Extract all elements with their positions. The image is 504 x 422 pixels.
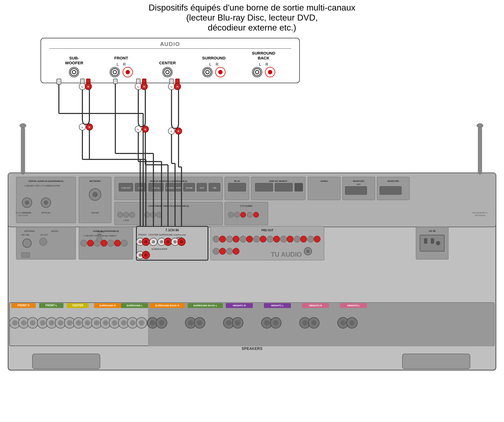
surround-back-l-rca xyxy=(252,67,262,77)
svg-point-109 xyxy=(144,253,147,257)
svg-point-149 xyxy=(18,317,29,328)
svg-point-165 xyxy=(73,317,84,328)
svg-point-128 xyxy=(213,248,219,254)
surround-back-l-ring xyxy=(253,68,261,76)
svg-text:TU AUDIO: TU AUDIO xyxy=(271,251,302,258)
svg-point-281 xyxy=(168,128,175,134)
svg-text:SURROUND BACK R: SURROUND BACK R xyxy=(155,304,179,307)
svg-point-112 xyxy=(213,236,219,242)
front-l-ring xyxy=(111,68,119,76)
svg-rect-65 xyxy=(16,227,76,259)
svg-point-196 xyxy=(194,317,205,328)
svg-rect-32 xyxy=(225,177,249,200)
center-group: CENTER xyxy=(159,61,176,77)
svg-point-160 xyxy=(58,320,63,326)
svg-point-207 xyxy=(264,320,270,326)
svg-text:1 CBL/SAT  2 DVD  1 TV  2 MEDI: 1 CBL/SAT 2 DVD 1 TV 2 MEDIA PLAYER xyxy=(24,185,60,187)
surround-back-l-connector xyxy=(252,67,262,77)
svg-point-122 xyxy=(280,236,287,242)
front-group: FRONT L R xyxy=(110,56,133,77)
surround-back-r-inner xyxy=(268,70,272,74)
front-lr-labels: L R xyxy=(117,62,126,66)
svg-point-101 xyxy=(171,238,179,246)
svg-rect-74 xyxy=(79,227,133,259)
svg-point-93 xyxy=(150,238,157,246)
svg-point-102 xyxy=(173,240,177,243)
surround-l-ring xyxy=(203,68,211,76)
svg-text:SURROUND: SURROUND xyxy=(173,234,186,236)
svg-rect-234 xyxy=(402,354,470,369)
subwoofer-ring xyxy=(70,68,78,76)
svg-text:HEIGHT1 R: HEIGHT1 R xyxy=(233,304,246,307)
svg-point-13 xyxy=(89,189,101,200)
svg-point-116 xyxy=(240,236,246,242)
svg-point-219 xyxy=(340,320,346,326)
svg-point-245 xyxy=(79,124,86,130)
svg-text:③Blu-ray: ③Blu-ray xyxy=(152,187,160,189)
svg-point-103 xyxy=(178,238,185,246)
svg-point-124 xyxy=(294,236,300,242)
svg-point-121 xyxy=(273,236,280,242)
svg-text:SPEAKERS: SPEAKERS xyxy=(241,346,262,351)
svg-text:COAXIAL: COAXIAL xyxy=(22,212,32,214)
svg-point-96 xyxy=(160,240,163,243)
svg-text:HEIGHT1 L: HEIGHT1 L xyxy=(271,304,284,307)
connector-row: SUB-WOOFER FRONT L R xyxy=(49,51,291,77)
svg-text:AM: AM xyxy=(22,253,25,256)
svg-point-6 xyxy=(25,200,29,205)
svg-rect-192 xyxy=(188,303,223,308)
surround-r-inner xyxy=(218,70,223,74)
svg-text:CENTER: CENTER xyxy=(148,233,159,236)
svg-point-163 xyxy=(64,317,75,328)
svg-point-5 xyxy=(22,198,32,207)
svg-text:SURROUND L: SURROUND L xyxy=(126,304,143,307)
svg-text:GND: GND xyxy=(97,233,102,235)
surround-connectors xyxy=(202,67,226,77)
svg-point-167 xyxy=(82,317,93,328)
svg-rect-18 xyxy=(119,183,133,191)
svg-rect-144 xyxy=(9,303,494,346)
svg-text:DIGITAL AUDIO IN (ASSIGNABLE): DIGITAL AUDIO IN (ASSIGNABLE) xyxy=(28,180,63,182)
subwoofer-connector xyxy=(69,67,79,77)
svg-point-119 xyxy=(260,236,266,242)
svg-point-8 xyxy=(41,198,51,207)
svg-point-61 xyxy=(234,212,240,217)
svg-rect-16 xyxy=(115,177,223,200)
surround-l-rca xyxy=(202,67,213,77)
svg-rect-34 xyxy=(228,183,246,191)
svg-rect-223 xyxy=(21,127,25,174)
svg-point-131 xyxy=(233,248,239,254)
svg-point-151 xyxy=(27,317,38,328)
svg-text:1 DVD: 1 DVD xyxy=(123,219,129,221)
svg-text:3 TV AUDIO: 3 TV AUDIO xyxy=(240,205,253,207)
svg-point-175 xyxy=(109,317,120,328)
svg-point-81 xyxy=(107,240,114,246)
svg-text:Bluetooth/Wi-Fi: Bluetooth/Wi-Fi xyxy=(473,212,488,214)
svg-rect-233 xyxy=(32,354,100,369)
svg-point-184 xyxy=(139,320,144,326)
svg-text:ZONE2: ZONE2 xyxy=(321,180,328,182)
svg-text:Bluetooth/Wi-Fi: Bluetooth/Wi-Fi xyxy=(16,212,31,214)
svg-point-115 xyxy=(233,236,239,242)
svg-point-220 xyxy=(347,317,357,328)
svg-point-89 xyxy=(136,238,144,246)
subwoofer-rca xyxy=(69,67,79,77)
surround-back-label: SURROUNDBACK xyxy=(252,51,275,61)
svg-point-106 xyxy=(136,251,144,259)
svg-rect-11 xyxy=(79,177,111,223)
svg-rect-45 xyxy=(345,186,367,195)
svg-point-214 xyxy=(308,317,319,328)
svg-point-126 xyxy=(307,236,314,242)
svg-point-283 xyxy=(175,128,182,134)
svg-rect-22 xyxy=(149,183,163,191)
svg-point-265 xyxy=(135,126,142,132)
front-connectors xyxy=(110,67,133,77)
svg-rect-58 xyxy=(225,202,268,225)
surround-l-connector xyxy=(202,67,213,77)
svg-point-123 xyxy=(287,236,293,242)
svg-point-209 xyxy=(273,320,278,326)
svg-point-14 xyxy=(92,192,98,197)
svg-point-113 xyxy=(219,236,226,242)
svg-point-190 xyxy=(156,317,167,328)
surround-back-connectors xyxy=(252,67,275,77)
